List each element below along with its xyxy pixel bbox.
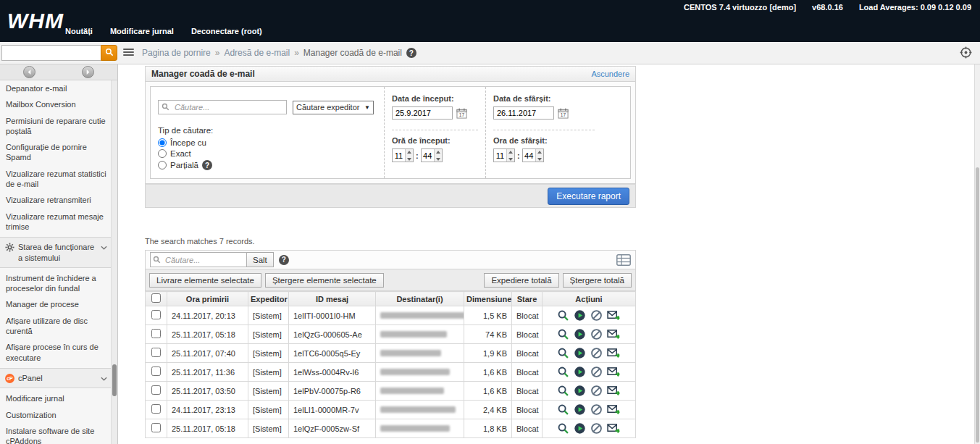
radio-input[interactable] bbox=[158, 149, 167, 158]
row-checkbox[interactable] bbox=[151, 404, 161, 414]
spinner-arrows-icon[interactable] bbox=[434, 149, 442, 162]
sidebar-item[interactable]: Manager de procese bbox=[0, 296, 111, 312]
sidebar-scrollbar-thumb[interactable] bbox=[112, 364, 117, 396]
table-view-icon[interactable] bbox=[616, 254, 631, 266]
view-message-icon[interactable] bbox=[557, 309, 569, 322]
help-icon[interactable]: ? bbox=[406, 48, 416, 58]
view-message-icon[interactable] bbox=[557, 366, 569, 378]
unfreeze-message-icon[interactable] bbox=[590, 385, 603, 397]
sidebar-item[interactable]: Mailbox Conversion bbox=[0, 96, 111, 112]
calendar-icon[interactable]: 17 bbox=[558, 108, 569, 119]
delete-all-button[interactable]: Ștergere totală bbox=[563, 273, 632, 288]
search-type-select[interactable]: Căutare expeditor ▼ bbox=[293, 101, 374, 114]
forward-message-icon[interactable] bbox=[607, 385, 621, 396]
col-size[interactable]: Dimensiune bbox=[464, 292, 512, 306]
sidebar-item[interactable]: Afișare procese în curs de executare bbox=[0, 339, 111, 366]
jump-button[interactable]: Salt bbox=[246, 252, 274, 267]
sidebar-item[interactable]: Modificare jurnal bbox=[0, 390, 111, 406]
page-scrollbar[interactable] bbox=[974, 64, 980, 444]
minute-start-input[interactable] bbox=[422, 149, 434, 162]
hour-end-input[interactable] bbox=[494, 149, 506, 162]
minute-start-stepper[interactable] bbox=[421, 148, 443, 162]
hour-start-stepper[interactable] bbox=[392, 148, 414, 162]
sidebar-scrollbar[interactable] bbox=[111, 80, 117, 444]
unfreeze-message-icon[interactable] bbox=[590, 366, 603, 378]
breadcrumb-email-link[interactable]: Adresă de e-mail bbox=[224, 48, 290, 58]
sidebar-item[interactable]: Vizualizare rezumat statistici de e-mail bbox=[0, 166, 111, 193]
radio-input[interactable] bbox=[158, 161, 167, 169]
minute-end-stepper[interactable] bbox=[522, 148, 544, 162]
col-sender[interactable]: Expeditor▼ bbox=[248, 292, 289, 306]
col-status[interactable]: Stare bbox=[512, 292, 543, 306]
topnav-changelog-link[interactable]: Modificare jurnal bbox=[110, 27, 174, 35]
hour-end-stepper[interactable] bbox=[493, 148, 515, 162]
unfreeze-message-icon[interactable] bbox=[590, 328, 603, 340]
forward-message-icon[interactable] bbox=[607, 329, 621, 340]
row-checkbox[interactable] bbox=[151, 366, 161, 376]
deliver-message-icon[interactable] bbox=[574, 366, 586, 378]
breadcrumb-home-link[interactable]: Pagina de pornire bbox=[142, 48, 211, 58]
forward-message-icon[interactable] bbox=[607, 310, 621, 321]
crosshair-icon[interactable] bbox=[960, 46, 972, 62]
row-checkbox[interactable] bbox=[151, 385, 161, 395]
sidebar-item[interactable]: Configurație de pornire Spamd bbox=[0, 139, 111, 166]
help-icon[interactable]: ? bbox=[279, 255, 289, 265]
deliver-message-icon[interactable] bbox=[574, 347, 586, 359]
view-message-icon[interactable] bbox=[557, 422, 569, 435]
delete-selected-button[interactable]: Ștergere elemente selectate bbox=[265, 273, 384, 288]
sidebar-group-cpanel[interactable]: cP cPanel bbox=[0, 368, 111, 388]
radio-input[interactable] bbox=[158, 138, 167, 147]
view-message-icon[interactable] bbox=[557, 403, 569, 416]
radio-begins-with[interactable]: Începe cu bbox=[158, 138, 377, 147]
minute-end-input[interactable] bbox=[523, 149, 535, 162]
calendar-icon[interactable]: 17 bbox=[456, 108, 467, 119]
topnav-news-link[interactable]: Noutăți bbox=[65, 27, 93, 35]
date-end-input[interactable] bbox=[493, 106, 554, 120]
col-recipients[interactable]: Destinatar(i) bbox=[376, 292, 464, 306]
unfreeze-message-icon[interactable] bbox=[590, 347, 603, 359]
help-icon[interactable]: ? bbox=[202, 160, 212, 170]
deliver-selected-button[interactable]: Livrare elemente selectate bbox=[149, 273, 261, 288]
unfreeze-message-icon[interactable] bbox=[590, 403, 603, 416]
table-search-input[interactable] bbox=[150, 252, 247, 267]
view-message-icon[interactable] bbox=[557, 347, 569, 359]
sidebar-item[interactable]: Vizualizare retransmiteri bbox=[0, 192, 111, 208]
sidebar-item[interactable]: Vizualizare rezumat mesaje trimise bbox=[0, 209, 111, 235]
hide-panel-link[interactable]: Ascundere bbox=[591, 70, 629, 78]
sidebar-search-button[interactable] bbox=[101, 45, 117, 61]
row-checkbox[interactable] bbox=[151, 423, 161, 432]
spinner-arrows-icon[interactable] bbox=[535, 149, 543, 162]
forward-button[interactable] bbox=[82, 66, 94, 78]
sidebar-item[interactable]: Depanator e-mail bbox=[0, 80, 111, 96]
hour-start-input[interactable] bbox=[393, 149, 405, 162]
forward-message-icon[interactable] bbox=[607, 423, 621, 434]
col-message-id[interactable]: ID mesaj bbox=[289, 292, 376, 306]
sidebar-search-input[interactable] bbox=[1, 45, 101, 61]
row-checkbox[interactable] bbox=[151, 329, 161, 338]
sidebar-item[interactable]: Instalare software de site cPAddons bbox=[0, 423, 111, 444]
deliver-message-icon[interactable] bbox=[574, 309, 586, 322]
radio-exact[interactable]: Exact bbox=[158, 149, 377, 158]
deliver-all-button[interactable]: Expediere totală bbox=[484, 273, 558, 288]
whm-logo[interactable]: WHM bbox=[7, 9, 64, 33]
forward-message-icon[interactable] bbox=[607, 348, 621, 359]
unfreeze-message-icon[interactable] bbox=[590, 309, 603, 322]
col-received[interactable]: Ora primirii bbox=[167, 292, 248, 306]
row-checkbox[interactable] bbox=[151, 310, 161, 319]
forward-message-icon[interactable] bbox=[607, 366, 621, 377]
forward-message-icon[interactable] bbox=[607, 404, 621, 415]
sidebar-item[interactable]: Customization bbox=[0, 407, 111, 423]
view-message-icon[interactable] bbox=[557, 328, 569, 340]
sidebar-item[interactable]: Permisiuni de reparare cutie poștală bbox=[0, 113, 111, 140]
unfreeze-message-icon[interactable] bbox=[590, 422, 603, 435]
sidebar-item[interactable]: Instrument de închidere a proceselor din… bbox=[0, 270, 111, 297]
row-checkbox[interactable] bbox=[151, 348, 161, 357]
select-all-checkbox[interactable] bbox=[151, 293, 161, 303]
date-start-input[interactable] bbox=[392, 106, 453, 120]
queue-search-input[interactable] bbox=[158, 100, 287, 114]
radio-partial[interactable]: Parțială ? bbox=[158, 160, 377, 170]
deliver-message-icon[interactable] bbox=[574, 328, 586, 340]
sidebar-item[interactable]: Afișare utilizare de disc curentă bbox=[0, 313, 111, 340]
sidebar-toggle-icon[interactable] bbox=[123, 49, 134, 57]
back-button[interactable] bbox=[23, 66, 35, 78]
